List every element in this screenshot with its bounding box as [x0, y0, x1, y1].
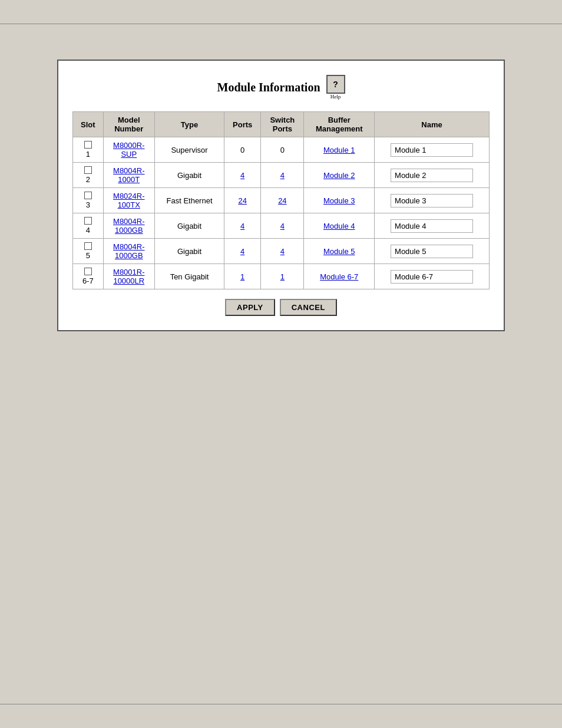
model-number-link[interactable]: M8024R-100TX: [113, 192, 144, 209]
cell-ports[interactable]: 4: [224, 239, 260, 264]
model-number-link[interactable]: M8004R-1000T: [113, 166, 144, 184]
cell-ports[interactable]: 4: [224, 163, 260, 188]
switch-ports-link[interactable]: 4: [280, 247, 285, 256]
cell-model-number[interactable]: M8004R-1000T: [103, 163, 154, 188]
name-input[interactable]: [391, 219, 473, 233]
switch-ports-link[interactable]: 1: [280, 272, 285, 281]
cell-buffer-management[interactable]: Module 3: [304, 188, 375, 213]
name-input[interactable]: [391, 270, 473, 284]
slot-number: 3: [86, 200, 90, 209]
row-checkbox[interactable]: [84, 268, 92, 275]
cell-buffer-management[interactable]: Module 2: [304, 163, 375, 188]
cell-name[interactable]: [375, 188, 490, 213]
cell-ports[interactable]: 4: [224, 213, 260, 239]
cell-type: Gigabit: [155, 213, 224, 239]
cell-switch-ports[interactable]: 24: [261, 188, 304, 213]
bottom-rule: [0, 704, 562, 704]
slot-number: 5: [86, 251, 90, 260]
panel-title: Module Information ? Help: [72, 75, 490, 100]
col-type: Type: [155, 112, 224, 137]
table-row: 1M8000R-SUPSupervisor00Module 1: [73, 137, 490, 163]
cell-model-number[interactable]: M8001R-10000LR: [103, 264, 154, 289]
cell-slot: 4: [73, 213, 104, 239]
help-button[interactable]: ?: [326, 75, 345, 94]
slot-number: 6-7: [82, 276, 94, 285]
switch-ports-link[interactable]: 24: [278, 196, 286, 205]
table-row: 2M8004R-1000TGigabit44Module 2: [73, 163, 490, 188]
cell-model-number[interactable]: M8000R-SUP: [103, 137, 154, 163]
col-slot: Slot: [73, 112, 104, 137]
name-input[interactable]: [391, 143, 473, 157]
panel-title-text: Module Information: [217, 81, 320, 94]
col-ports: Ports: [224, 112, 260, 137]
cell-model-number[interactable]: M8024R-100TX: [103, 188, 154, 213]
buffer-management-link[interactable]: Module 4: [323, 222, 355, 230]
cell-type: Gigabit: [155, 163, 224, 188]
model-number-link[interactable]: M8004R-1000GB: [113, 242, 144, 260]
cell-name[interactable]: [375, 264, 490, 289]
buffer-management-link[interactable]: Module 6-7: [320, 272, 358, 281]
cell-ports[interactable]: 1: [224, 264, 260, 289]
button-row: APPLY CANCEL: [72, 299, 490, 316]
row-checkbox[interactable]: [84, 242, 92, 250]
ports-link[interactable]: 4: [240, 247, 244, 256]
cell-switch-ports: 0: [261, 137, 304, 163]
ports-link[interactable]: 4: [240, 171, 244, 180]
apply-button[interactable]: APPLY: [225, 299, 275, 316]
cell-buffer-management[interactable]: Module 5: [304, 239, 375, 264]
switch-ports-link[interactable]: 4: [280, 222, 285, 230]
col-switch-ports: SwitchPorts: [261, 112, 304, 137]
cell-model-number[interactable]: M8004R-1000GB: [103, 213, 154, 239]
table-row: 3M8024R-100TXFast Ethernet2424Module 3: [73, 188, 490, 213]
row-checkbox[interactable]: [84, 192, 92, 199]
cell-name[interactable]: [375, 137, 490, 163]
module-information-panel: Module Information ? Help Slot ModelNumb…: [57, 60, 505, 331]
col-buffer-management: BufferManagement: [304, 112, 375, 137]
cell-ports: 0: [224, 137, 260, 163]
cell-type: Fast Ethernet: [155, 188, 224, 213]
cell-buffer-management[interactable]: Module 6-7: [304, 264, 375, 289]
row-checkbox[interactable]: [84, 141, 92, 149]
row-checkbox[interactable]: [84, 217, 92, 225]
table-row: 4M8004R-1000GBGigabit44Module 4: [73, 213, 490, 239]
cell-buffer-management[interactable]: Module 4: [304, 213, 375, 239]
model-number-link[interactable]: M8004R-1000GB: [113, 217, 144, 235]
cell-switch-ports[interactable]: 4: [261, 163, 304, 188]
model-number-link[interactable]: M8000R-SUP: [113, 141, 144, 159]
buffer-management-link[interactable]: Module 2: [323, 171, 355, 180]
row-checkbox[interactable]: [84, 166, 92, 174]
name-input[interactable]: [391, 194, 473, 207]
slot-number: 2: [86, 175, 90, 184]
cell-name[interactable]: [375, 213, 490, 239]
cell-switch-ports[interactable]: 1: [261, 264, 304, 289]
buffer-management-link[interactable]: Module 5: [323, 247, 355, 256]
slot-number: 4: [86, 226, 90, 235]
cell-switch-ports[interactable]: 4: [261, 239, 304, 264]
cell-slot: 6-7: [73, 264, 104, 289]
cancel-button[interactable]: CANCEL: [280, 299, 337, 316]
table-row: 5M8004R-1000GBGigabit44Module 5: [73, 239, 490, 264]
cell-model-number[interactable]: M8004R-1000GB: [103, 239, 154, 264]
ports-link[interactable]: 4: [240, 222, 244, 230]
name-input[interactable]: [391, 169, 473, 182]
cell-buffer-management[interactable]: Module 1: [304, 137, 375, 163]
help-button-wrap[interactable]: ? Help: [326, 75, 345, 100]
name-input[interactable]: [391, 245, 473, 258]
cell-slot: 5: [73, 239, 104, 264]
switch-ports-link[interactable]: 4: [280, 171, 285, 180]
cell-type: Supervisor: [155, 137, 224, 163]
help-label: Help: [330, 94, 341, 100]
ports-link[interactable]: 1: [240, 272, 244, 281]
buffer-management-link[interactable]: Module 3: [323, 196, 355, 205]
cell-name[interactable]: [375, 163, 490, 188]
help-icon: ?: [333, 80, 338, 89]
ports-link[interactable]: 24: [238, 196, 246, 205]
buffer-management-link[interactable]: Module 1: [323, 146, 355, 154]
module-table: Slot ModelNumber Type Ports SwitchPorts …: [72, 111, 490, 289]
cell-switch-ports[interactable]: 4: [261, 213, 304, 239]
model-number-link[interactable]: M8001R-10000LR: [113, 268, 144, 285]
table-row: 6-7M8001R-10000LRTen Gigabit11Module 6-7: [73, 264, 490, 289]
cell-ports[interactable]: 24: [224, 188, 260, 213]
cell-name[interactable]: [375, 239, 490, 264]
cell-slot: 3: [73, 188, 104, 213]
